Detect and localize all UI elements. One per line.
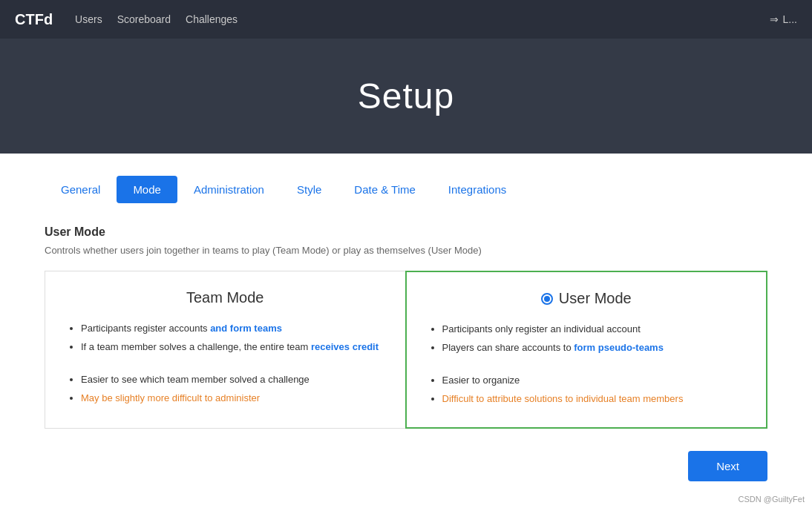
user-bullet-2: Players can share accounts to form pseud… (442, 339, 746, 356)
watermark: CSDN @GuiltyFet (739, 495, 805, 504)
brand-logo[interactable]: CTFd (15, 11, 53, 28)
content-area: General Mode Administration Style Date &… (0, 154, 812, 511)
team-bullet-1: Participants register accounts and form … (81, 320, 384, 337)
next-button[interactable]: Next (688, 451, 767, 481)
user-bullet-spacer (442, 364, 746, 370)
user-mode-radio[interactable] (541, 293, 553, 305)
team-mode-card[interactable]: Team Mode Participants register accounts… (45, 271, 405, 429)
user-bullet-4: Difficult to attribute solutions to indi… (442, 390, 746, 407)
team-mode-title: Team Mode (66, 289, 384, 306)
navbar: CTFd Users Scoreboard Challenges ⇒ L... (0, 0, 812, 39)
section-description: Controls whether users join together in … (45, 245, 767, 256)
navbar-right: ⇒ L... (770, 13, 797, 25)
user-bullet-3: Easier to organize (442, 372, 746, 389)
team-bullet-spacer (81, 363, 384, 369)
user-mode-title-row: User Mode (428, 290, 746, 307)
login-label[interactable]: L... (783, 13, 797, 25)
footer-row: Next (45, 451, 767, 481)
team-bullet-2: If a team member solves a challenge, the… (81, 338, 384, 355)
tab-administration[interactable]: Administration (177, 176, 281, 203)
team-mode-bullets: Participants register accounts and form … (66, 320, 384, 407)
tab-style[interactable]: Style (281, 176, 338, 203)
section-header: User Mode Controls whether users join to… (45, 225, 767, 256)
tab-general[interactable]: General (45, 176, 117, 203)
user-bullet-1: Participants only register an individual… (442, 320, 746, 337)
tab-mode[interactable]: Mode (117, 176, 177, 203)
nav-scoreboard[interactable]: Scoreboard (117, 13, 171, 25)
user-mode-card[interactable]: User Mode Participants only register an … (405, 271, 768, 429)
tab-integrations[interactable]: Integrations (432, 176, 523, 203)
section-title: User Mode (45, 225, 767, 239)
login-icon: ⇒ (770, 13, 779, 25)
user-mode-bullets: Participants only register an individual… (428, 320, 746, 408)
user-mode-title: User Mode (559, 290, 632, 307)
team-bullet-3: Easier to see which team member solved a… (81, 371, 384, 388)
hero-section: Setup (0, 39, 812, 154)
nav-challenges[interactable]: Challenges (186, 13, 238, 25)
tab-datetime[interactable]: Date & Time (338, 176, 432, 203)
mode-cards: Team Mode Participants register accounts… (45, 271, 767, 429)
nav-users[interactable]: Users (75, 13, 102, 25)
tabs-bar: General Mode Administration Style Date &… (45, 176, 767, 203)
hero-title: Setup (15, 76, 797, 116)
nav-links: Users Scoreboard Challenges (75, 13, 238, 26)
team-bullet-4: May be slightly more difficult to admini… (81, 389, 384, 406)
